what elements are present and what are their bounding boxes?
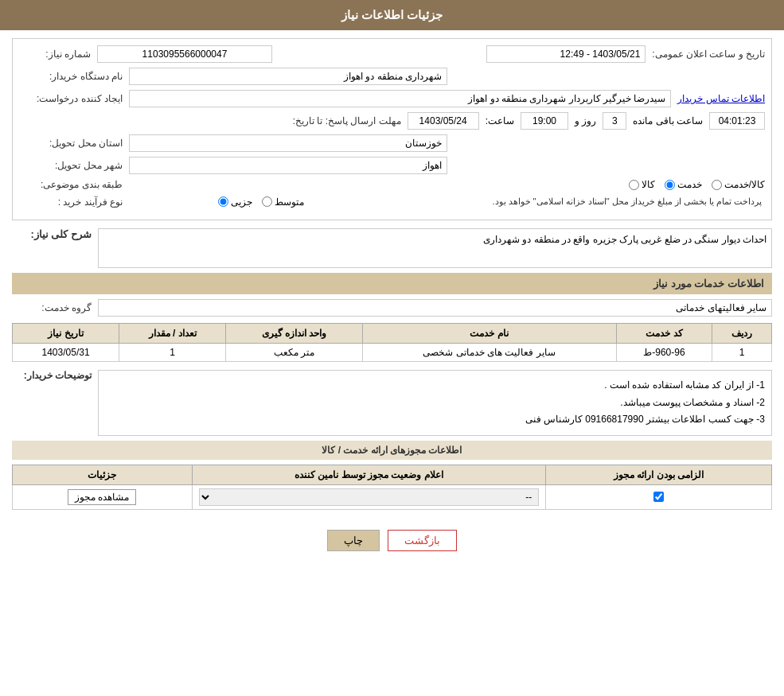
province-value: خوزستان: [129, 134, 447, 152]
license-status-cell: --: [192, 484, 546, 509]
table-row: 1 960-96-ط سایر فعالیت های خدماتی شخصی م…: [13, 344, 772, 362]
need-number-label: شماره نیاز:: [19, 49, 91, 60]
service-group-label: گروه خدمت:: [12, 302, 92, 313]
license-table-row: -- مشاهده مجوز: [13, 484, 772, 509]
city-label: شهر محل تحویل:: [19, 160, 123, 171]
license-col-required: الزامی بودن ارائه مجوز: [546, 465, 772, 484]
cell-qty: 1: [119, 344, 226, 362]
purchase-motavaset[interactable]: متوسط: [262, 196, 304, 208]
buyer-notes-row: 1- از ایران کد مشابه استفاده شده است .2-…: [12, 370, 772, 436]
contact-link[interactable]: اطلاعات تماس خریدار: [677, 93, 765, 104]
services-section-title: اطلاعات خدمات مورد نیاز: [12, 273, 772, 294]
col-unit: واحد اندازه گیری: [226, 324, 363, 344]
category-kala[interactable]: کالا: [629, 179, 655, 190]
creator-label: ایجاد کننده درخواست:: [19, 93, 123, 104]
deadline-timer: 04:01:23: [709, 112, 765, 130]
deadline-time: 19:00: [521, 112, 568, 130]
deadline-row: 04:01:23 ساعت باقی مانده 3 روز و 19:00 س…: [19, 112, 765, 130]
action-bar: بازگشت چاپ: [12, 518, 772, 563]
note-line: 3- جهت کسب اطلاعات بیشتر 09166817990 کار…: [105, 411, 765, 429]
category-radio-group: کالا/خدمت خدمت کالا: [129, 179, 765, 190]
city-value: اهواز: [129, 157, 447, 174]
creator-value: سیدرضا خیرگیر کاربردار شهرداری منطقه دو …: [129, 90, 671, 107]
cell-code: 960-96-ط: [616, 344, 712, 362]
cell-name: سایر فعالیت های خدماتی شخصی: [362, 344, 616, 362]
province-row: خوزستان استان محل تحویل:: [19, 134, 765, 152]
category-kala-khedmat[interactable]: کالا/خدمت: [712, 179, 765, 190]
col-qty: تعداد / مقدار: [119, 324, 226, 344]
buyer-notes-label: توضیحات خریدار:: [12, 370, 92, 381]
announcement-date-value: 1403/05/21 - 12:49: [486, 45, 646, 63]
license-section-title: اطلاعات مجوزهای ارائه خدمت / کالا: [12, 441, 772, 460]
need-description-value: احداث دیوار سنگی در ضلع غربی پارک جزیره …: [98, 228, 772, 268]
note-line: 1- از ایران کد مشابه استفاده شده است .: [105, 377, 765, 395]
cell-date: 1403/05/31: [13, 344, 119, 362]
col-name: نام خدمت: [362, 324, 616, 344]
page-wrapper: جزئیات اطلاعات نیاز تاریخ و ساعت اعلان ع…: [0, 0, 784, 696]
need-number-value: 1103095566000047: [97, 45, 272, 63]
license-col-details: جزئیات: [13, 465, 193, 484]
cell-unit: متر مکعب: [226, 344, 363, 362]
col-date: تاریخ نیاز: [13, 324, 119, 344]
need-description-row: احداث دیوار سنگی در ضلع غربی پارک جزیره …: [12, 228, 772, 268]
license-checkbox-wrapper: [552, 492, 765, 502]
category-label: طبقه بندی موضوعی:: [19, 179, 123, 190]
services-table-section: ردیف کد خدمت نام خدمت واحد اندازه گیری ت…: [12, 323, 772, 362]
service-group-value: سایر فعالیتهای خدماتی: [98, 299, 772, 317]
main-info-section: تاریخ و ساعت اعلان عمومی: 1403/05/21 - 1…: [12, 38, 772, 220]
main-content: تاریخ و ساعت اعلان عمومی: 1403/05/21 - 1…: [0, 30, 784, 571]
purchase-jozi[interactable]: جزیی: [218, 196, 252, 208]
creator-row: اطلاعات تماس خریدار سیدرضا خیرگیر کاربرد…: [19, 90, 765, 107]
remaining-label: ساعت باقی مانده: [633, 115, 703, 126]
license-table: الزامی بودن ارائه مجوز اعلام وضعیت مجوز …: [12, 465, 772, 510]
services-table: ردیف کد خدمت نام خدمت واحد اندازه گیری ت…: [12, 323, 772, 362]
need-number-row: تاریخ و ساعت اعلان عمومی: 1403/05/21 - 1…: [19, 45, 765, 63]
col-code: کد خدمت: [616, 324, 712, 344]
license-required-checkbox[interactable]: [653, 492, 664, 502]
print-button[interactable]: چاپ: [327, 530, 380, 551]
deadline-label: مهلت ارسال پاسخ: تا تاریخ:: [293, 115, 401, 126]
category-row: کالا/خدمت خدمت کالا طبقه بندی موضوعی:: [19, 179, 765, 190]
time-label: ساعت:: [486, 115, 514, 126]
deadline-date: 1403/05/24: [408, 112, 479, 130]
buyer-notes-value: 1- از ایران کد مشابه استفاده شده است .2-…: [98, 370, 772, 436]
service-group-row: سایر فعالیتهای خدماتی گروه خدمت:: [12, 299, 772, 317]
buyer-label: نام دستگاه خریدار:: [19, 71, 123, 82]
license-col-status: اعلام وضعیت مجوز توسط نامین کننده: [192, 465, 546, 484]
buyer-value: شهرداری منطقه دو اهواز: [129, 68, 447, 85]
deadline-days: 3: [603, 112, 626, 130]
note-line: 2- اسناد و مشخصات پیوست میباشد.: [105, 395, 765, 412]
purchase-type-row: پرداخت تمام یا بخشی از مبلغ خریداز محل "…: [19, 195, 765, 208]
cell-row: 1: [712, 344, 772, 362]
category-khedmat[interactable]: خدمت: [665, 179, 702, 190]
buyer-row: شهرداری منطقه دو اهواز نام دستگاه خریدار…: [19, 68, 765, 85]
days-label: روز و: [575, 115, 596, 126]
purchase-type-label: نوع فرآیند خرید :: [19, 196, 123, 208]
col-row: ردیف: [712, 324, 772, 344]
city-row: اهواز شهر محل تحویل:: [19, 157, 765, 174]
announcement-date-label: تاریخ و ساعت اعلان عمومی:: [652, 49, 765, 60]
license-required-cell: [546, 484, 772, 509]
purchase-type-radio-group: متوسط جزیی: [129, 196, 304, 208]
back-button[interactable]: بازگشت: [388, 530, 457, 551]
purchase-note: پرداخت تمام یا بخشی از مبلغ خریداز محل "…: [310, 195, 765, 208]
view-license-button[interactable]: مشاهده مجوز: [68, 489, 136, 505]
need-description-label: شرح کلی نیاز:: [12, 228, 92, 240]
province-label: استان محل تحویل:: [19, 138, 123, 149]
license-details-cell: مشاهده مجوز: [13, 484, 193, 509]
page-header: جزئیات اطلاعات نیاز: [0, 0, 784, 30]
license-status-dropdown[interactable]: --: [199, 488, 540, 506]
header-title: جزئیات اطلاعات نیاز: [341, 8, 443, 21]
license-table-section: الزامی بودن ارائه مجوز اعلام وضعیت مجوز …: [12, 465, 772, 510]
